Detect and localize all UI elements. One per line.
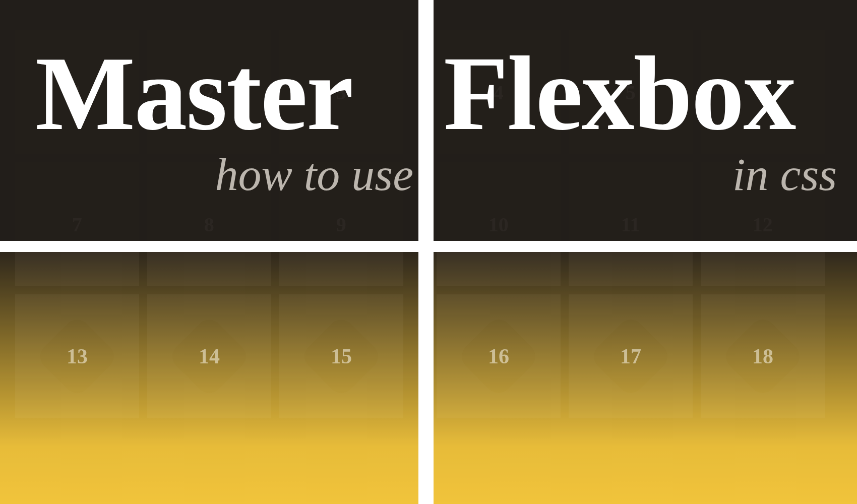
tile-number: 8 — [204, 213, 214, 236]
headline-flexbox: Flexbox — [444, 40, 795, 146]
tile-number: 14 — [199, 344, 220, 368]
diamond-icon: 13 — [35, 314, 119, 399]
tile-number: 17 — [620, 344, 641, 368]
diamond-icon: 7 — [35, 182, 119, 267]
tile-number: 11 — [621, 212, 640, 236]
tile-number: 15 — [331, 344, 352, 368]
divider-horizontal — [0, 241, 857, 252]
tile-number: 12 — [753, 213, 773, 236]
subhead-incss: in css — [732, 151, 837, 198]
subhead-howto: how to use — [215, 151, 413, 198]
diamond-icon: 18 — [721, 314, 805, 399]
tile: 17 — [569, 294, 693, 418]
tile: 18 — [701, 294, 825, 418]
tile: 10 — [437, 162, 561, 286]
tile: 15 — [279, 294, 403, 418]
tile-number: 18 — [752, 344, 773, 368]
diamond-icon: 14 — [167, 314, 252, 399]
tile: 13 — [15, 294, 139, 418]
tile-number: 9 — [336, 213, 346, 236]
diamond-icon: 17 — [589, 314, 673, 399]
headline-master: Master — [35, 40, 352, 146]
tile: 7 — [15, 162, 139, 286]
tile-number: 16 — [488, 344, 509, 368]
tile-number: 13 — [67, 344, 88, 368]
diamond-icon: 16 — [457, 314, 541, 399]
tile: 11 — [569, 162, 693, 286]
diamond-icon: 11 — [589, 182, 673, 267]
tile: 16 — [437, 294, 561, 418]
tile-number: 7 — [72, 213, 82, 236]
diamond-icon: 10 — [457, 182, 541, 267]
divider-vertical — [418, 0, 434, 504]
hero-graphic: 1 2 3 4 5 6 7 8 9 10 11 12 13 14 15 16 1… — [0, 0, 857, 504]
tile: 14 — [147, 294, 271, 418]
diamond-icon: 15 — [299, 314, 384, 399]
tile-number: 10 — [488, 213, 509, 236]
